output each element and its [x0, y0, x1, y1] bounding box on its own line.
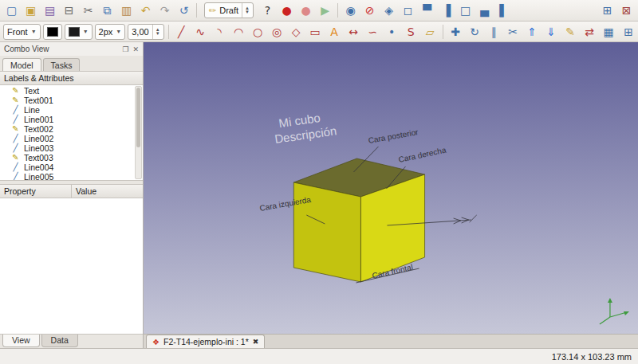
tree-scrollbar-thumb[interactable]: [136, 88, 140, 147]
view-front-button[interactable]: ◻: [399, 2, 417, 19]
draft-creation-toolbar: ╱∿◝◠○◎◇▭A↔∽•S▱: [172, 23, 439, 40]
redo-button[interactable]: ↷: [156, 2, 174, 19]
tree-item-line004[interactable]: ╱ Line004: [0, 162, 143, 172]
new-file-button[interactable]: ▢: [2, 2, 21, 19]
toolbar-button-icon: ○: [253, 26, 262, 37]
close-tab-icon[interactable]: ✖: [253, 338, 259, 346]
draft-rectangle-button[interactable]: ▭: [306, 23, 325, 40]
macro-record-button[interactable]: ●: [278, 2, 296, 19]
tree-item-line005[interactable]: ╱ Line005: [0, 172, 143, 181]
draft-fillet-button[interactable]: ◝: [211, 23, 229, 40]
draft-rotate-button[interactable]: ↻: [466, 23, 484, 40]
draft-ellipse-button[interactable]: ◎: [268, 23, 286, 40]
tab-model[interactable]: Model: [2, 58, 41, 71]
tree-item-text003[interactable]: ✎ Text003: [0, 153, 143, 162]
copy-button[interactable]: ⧉: [98, 2, 116, 19]
draft-point-button[interactable]: •: [383, 23, 401, 40]
view-left-button[interactable]: ▌: [494, 2, 513, 19]
workbench-selector[interactable]: ✏ Draft ▲▼: [204, 2, 254, 18]
tree-item-icon: ✎: [11, 154, 20, 162]
tree-item-line[interactable]: ╱ Line: [0, 105, 143, 115]
zoom-fit-button[interactable]: ◉: [341, 2, 360, 19]
draw-style-button[interactable]: ⊘: [360, 2, 379, 19]
draft-downgrade-button[interactable]: ⇓: [542, 23, 561, 40]
tree-scrollbar[interactable]: [135, 86, 142, 179]
view-isometric-button[interactable]: ◈: [380, 2, 398, 19]
view-bottom-button[interactable]: ▄: [475, 2, 494, 19]
tree-item-line001[interactable]: ╱ Line001: [0, 115, 143, 124]
macro-stop-button[interactable]: ●: [297, 2, 315, 19]
draft-text-button[interactable]: A: [325, 23, 344, 40]
font-size-spinbox[interactable]: 3,00 ▲▼: [128, 24, 163, 40]
texture-view-button[interactable]: ⊞: [598, 2, 616, 19]
tree-item-label: Text003: [24, 153, 53, 162]
tab-view[interactable]: View: [2, 335, 40, 347]
combo-arrows-icon[interactable]: ▲▼: [242, 3, 250, 18]
draft-facebinder-button[interactable]: ▱: [421, 23, 439, 40]
tree-item-line002[interactable]: ╱ Line002: [0, 134, 143, 143]
line-width-dropdown[interactable]: 2px ▼: [95, 24, 126, 40]
tab-tasks[interactable]: Tasks: [43, 58, 81, 71]
print-button[interactable]: ⊟: [60, 2, 78, 19]
chevron-down-icon: ▼: [116, 29, 121, 34]
toolbar-separator: [337, 3, 338, 18]
draft-polyline-button[interactable]: ∿: [191, 23, 210, 40]
draft-to-sketch-button[interactable]: ⇄: [581, 23, 599, 40]
model-tree: ✎ Text ✎ Text001 ╱ Line ╱ Line001 ✎ Text…: [0, 85, 143, 181]
toolbar-button-icon: ▐: [442, 5, 451, 16]
refresh-button[interactable]: ↺: [175, 2, 193, 19]
property-column-header[interactable]: Property: [0, 185, 72, 198]
property-table-body[interactable]: [0, 198, 143, 334]
tree-item-text002[interactable]: ✎ Text002: [0, 124, 143, 134]
draft-circle-button[interactable]: ○: [249, 23, 267, 40]
draft-move-button[interactable]: ✚: [447, 23, 465, 40]
toolbar-button-icon: ●: [282, 5, 291, 16]
3d-viewport[interactable]: Mi cubo Descripción Cara posterior Cara …: [144, 42, 638, 334]
snap-toggle-button[interactable]: ⊞: [620, 23, 638, 40]
tree-item-text[interactable]: ✎ Text: [0, 86, 143, 96]
draft-bspline-button[interactable]: ∽: [364, 23, 382, 40]
toolbar-button-icon: ?: [265, 5, 270, 16]
view-right-button[interactable]: ▐: [437, 2, 455, 19]
save-file-button[interactable]: ▤: [41, 2, 59, 19]
view-toolbar: ◉⊘◈◻▀▐□▄▌: [341, 2, 513, 19]
macro-play-button[interactable]: ▶: [316, 2, 334, 19]
tree-item-text001[interactable]: ✎ Text001: [0, 96, 143, 105]
workbench-selector-label: Draft: [219, 6, 238, 15]
working-plane-button[interactable]: Front ▼: [3, 24, 41, 40]
view-rear-button[interactable]: □: [456, 2, 475, 19]
undo-button[interactable]: ↶: [136, 2, 155, 19]
paste-button[interactable]: ▥: [117, 2, 136, 19]
tree-item-label: Line002: [24, 134, 53, 143]
whats-this-button[interactable]: ?: [258, 2, 277, 19]
draft-shapestring-button[interactable]: S: [402, 23, 420, 40]
view-top-button[interactable]: ▀: [418, 2, 436, 19]
spinner-arrows-icon[interactable]: ▲▼: [152, 25, 160, 39]
draft-line-button[interactable]: ╱: [172, 23, 191, 40]
draft-upgrade-button[interactable]: ⇑: [523, 23, 542, 40]
draft-offset-button[interactable]: ∥: [485, 23, 503, 40]
draft-array-button[interactable]: ▦: [600, 23, 618, 40]
face-color-button[interactable]: ▼: [65, 24, 93, 40]
tree-item-icon: ✎: [11, 96, 20, 104]
tab-data[interactable]: Data: [41, 335, 78, 347]
clip-plane-button[interactable]: ⊠: [617, 2, 636, 19]
tree-item-icon: ╱: [11, 106, 20, 114]
float-panel-icon[interactable]: ❐: [122, 45, 128, 53]
tree-item-line003[interactable]: ╱ Line003: [0, 143, 143, 153]
document-tab[interactable]: ❖ F2-T14-ejemplo-ini : 1* ✖: [146, 335, 265, 348]
close-panel-icon[interactable]: ✕: [132, 45, 139, 53]
toolbar-button-icon: ↻: [470, 26, 479, 37]
draft-edit-button[interactable]: ✎: [561, 23, 580, 40]
combo-view-tabs: ModelTasks: [0, 56, 143, 72]
draft-trim-button[interactable]: ✂: [504, 23, 522, 40]
open-file-button[interactable]: ▣: [22, 2, 40, 19]
cut-button[interactable]: ✂: [79, 2, 97, 19]
value-column-header[interactable]: Value: [72, 185, 143, 198]
draft-arc-button[interactable]: ◠: [230, 23, 248, 40]
draft-dimension-button[interactable]: ↔: [345, 23, 363, 40]
combo-view-titlebar: Combo View ❐ ✕: [0, 42, 143, 56]
tree-rows: ✎ Text ✎ Text001 ╱ Line ╱ Line001 ✎ Text…: [0, 86, 143, 181]
draft-polygon-button[interactable]: ◇: [287, 23, 305, 40]
line-color-button[interactable]: [43, 24, 62, 40]
